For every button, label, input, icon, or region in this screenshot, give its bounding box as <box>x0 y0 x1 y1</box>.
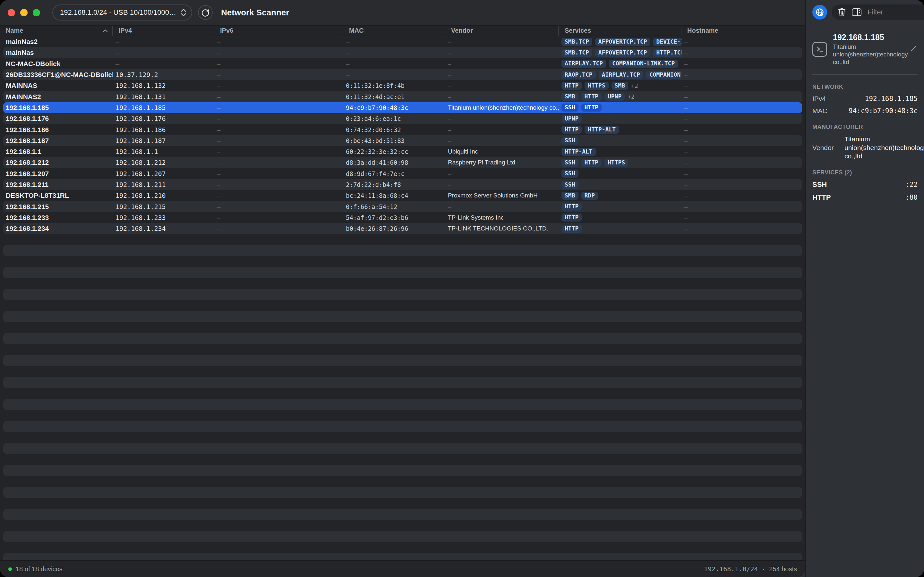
empty-row <box>3 421 802 432</box>
service-badge: HTTP <box>582 159 602 167</box>
cell-ipv4: 192.168.1.233 <box>113 214 214 221</box>
traffic-lights <box>8 9 40 16</box>
cell-mac: 0:23:a4:6:ea:1c <box>343 115 445 122</box>
cell-vendor: – <box>445 60 559 67</box>
column-header-ipv4[interactable]: IPv4 <box>113 26 214 35</box>
chevron-up-down-icon <box>181 8 186 17</box>
mac-label: MAC <box>813 107 845 115</box>
cell-services: RAOP.TCPAIRPLAY.TCPCOMPANION-LINK.TCP <box>559 71 682 79</box>
close-button[interactable] <box>8 9 15 16</box>
table-row[interactable]: 192.168.1.176192.168.1.176–0:23:a4:6:ea:… <box>3 113 802 124</box>
cell-vendor: Proxmox Server Solutions GmbH <box>445 192 559 199</box>
filter-input[interactable] <box>867 8 924 16</box>
cell-ipv6: – <box>214 225 343 232</box>
empty-row <box>3 553 802 560</box>
table-row[interactable]: 192.168.1.211192.168.1.211–2:7d:22:d:b4:… <box>3 179 802 190</box>
cell-mac: bc:24:11:8a:68:c4 <box>343 192 445 199</box>
table-row[interactable]: MAINNAS192.168.1.132–0:11:32:1e:8f:4b–HT… <box>3 80 802 91</box>
cell-hostname: – <box>682 137 802 144</box>
cell-hostname: – <box>682 225 802 232</box>
cell-ipv4: 192.168.1.186 <box>113 126 214 134</box>
ipv4-label: IPv4 <box>813 95 845 103</box>
separator-dot: · <box>762 566 765 573</box>
table-row[interactable]: mainNas2––––SMB.TCPAFPOVERTCP.TCPDEVICE-… <box>3 36 802 47</box>
table-row[interactable]: 192.168.1.234192.168.1.234–b0:4e:26:87:2… <box>3 223 802 234</box>
sidebar-toolbar <box>813 5 918 20</box>
cell-ipv6: – <box>214 82 343 89</box>
sidebar-toggle-icon <box>851 8 862 16</box>
cell-ipv6: – <box>214 49 343 56</box>
table-row[interactable]: MAINNAS2192.168.1.131–0:11:32:4d:ac:e1–S… <box>3 91 802 102</box>
service-badge: AIRPLAY.TCP <box>599 71 643 79</box>
interface-select[interactable]: 192.168.1.0/24 - USB 10/100/1000… <box>52 5 192 21</box>
cell-hostname: – <box>682 104 802 111</box>
column-header-ipv6[interactable]: IPv6 <box>214 26 343 35</box>
table-row[interactable]: 192.168.1.212192.168.1.212–d8:3a:dd:41:6… <box>3 157 802 168</box>
cell-ipv6: – <box>214 71 343 78</box>
cell-ipv4: – <box>113 60 214 68</box>
service-ssh-label: SSH <box>813 181 827 189</box>
table-row[interactable]: 192.168.1.185192.168.1.185–94:c9:b7:90:4… <box>3 102 802 113</box>
cell-vendor: Ubiquiti Inc <box>445 148 559 155</box>
empty-row <box>3 542 802 553</box>
cell-name: 192.168.1.211 <box>3 181 113 189</box>
table-row[interactable]: 26DB13336CF1@NC-MAC-DBolick10.37.129.2––… <box>3 69 802 80</box>
table-row[interactable]: 192.168.1.186192.168.1.186–0:74:32:d0:6:… <box>3 124 802 135</box>
table-row[interactable]: 192.168.1.233192.168.1.233–54:af:97:d2:e… <box>3 212 802 223</box>
empty-row <box>3 355 802 366</box>
service-badge: HTTPS <box>585 82 608 90</box>
zoom-button[interactable] <box>33 9 40 16</box>
trash-button[interactable] <box>838 8 846 17</box>
table-row[interactable]: NC-MAC-DBolick––––AIRPLAY.TCPCOMPANION-L… <box>3 58 802 69</box>
cell-services: HTTP <box>559 225 682 233</box>
cell-vendor: TP-LINK TECHNOLOGIES CO.,LTD. <box>445 225 559 232</box>
status-bar: 18 of 18 devices 192.168.1.0/24 · 254 ho… <box>0 560 805 577</box>
cell-hostname: – <box>682 71 802 78</box>
column-header-name[interactable]: Name <box>0 26 113 35</box>
empty-row <box>3 531 802 542</box>
column-header-vendor[interactable]: Vendor <box>445 26 559 35</box>
cell-mac: 54:af:97:d2:e3:b6 <box>343 214 445 221</box>
cell-hostname: – <box>682 126 802 133</box>
cell-vendor: – <box>445 181 559 188</box>
scan-button[interactable] <box>813 5 827 19</box>
table-row[interactable]: DESKTOP-L8T31RL192.168.1.210–bc:24:11:8a… <box>3 190 802 201</box>
service-badge: HTTP <box>561 126 582 134</box>
cell-hostname: – <box>682 192 802 199</box>
refresh-button[interactable] <box>198 5 213 20</box>
table-row[interactable]: 192.168.1.187192.168.1.187–0:be:43:bd:51… <box>3 135 802 146</box>
column-header-hostname[interactable]: Hostname <box>682 26 805 35</box>
chevron-up-icon <box>103 29 108 32</box>
service-badge: DEVICE-INFO.TCP <box>653 38 682 46</box>
empty-row <box>3 366 802 377</box>
empty-row <box>3 267 802 278</box>
cell-services: SSHHTTPHTTPS <box>559 159 682 167</box>
cell-mac: 0:11:32:4d:ac:e1 <box>343 93 445 100</box>
sidebar-toggle-button[interactable] <box>851 8 862 16</box>
cell-vendor: – <box>445 126 559 133</box>
cell-services: UPNP <box>559 115 682 123</box>
cell-name: 192.168.1.176 <box>3 115 113 122</box>
cell-mac: b0:4e:26:87:26:96 <box>343 225 445 232</box>
table-row[interactable]: 192.168.1.207192.168.1.207–d8:9d:67:f4:7… <box>3 168 802 179</box>
cell-vendor: TP-Link Systems Inc <box>445 214 559 221</box>
service-ssh-port: :22 <box>827 181 918 189</box>
empty-row <box>3 399 802 410</box>
edit-button[interactable] <box>909 45 918 54</box>
minimize-button[interactable] <box>20 9 27 16</box>
cell-ipv6: – <box>214 104 343 111</box>
service-badge: SSH <box>561 137 578 145</box>
table-row[interactable]: 192.168.1.215192.168.1.215–0:f:66:a:54:1… <box>3 201 802 212</box>
cell-ipv6: – <box>214 181 343 188</box>
column-header-mac[interactable]: MAC <box>343 26 445 35</box>
cell-ipv4: 192.168.1.187 <box>113 137 214 145</box>
service-badge: AFPOVERTCP.TCP <box>595 49 650 57</box>
column-header-services[interactable]: Services <box>559 26 682 35</box>
table-row[interactable]: mainNas––––SMB.TCPAFPOVERTCP.TCPHTTP.TCP… <box>3 47 802 58</box>
table-row[interactable]: 192.168.1.1192.168.1.1–60:22:32:3e:32:cc… <box>3 146 802 157</box>
app-window: 192.168.1.0/24 - USB 10/100/1000… Networ… <box>0 0 924 577</box>
cell-vendor: – <box>445 203 559 210</box>
cell-services: SMBHTTPUPNP+2 <box>559 93 682 101</box>
cell-services: SMB.TCPAFPOVERTCP.TCPHTTP.TCP+1 <box>559 49 682 57</box>
cell-services: SSHHTTP <box>559 103 682 111</box>
